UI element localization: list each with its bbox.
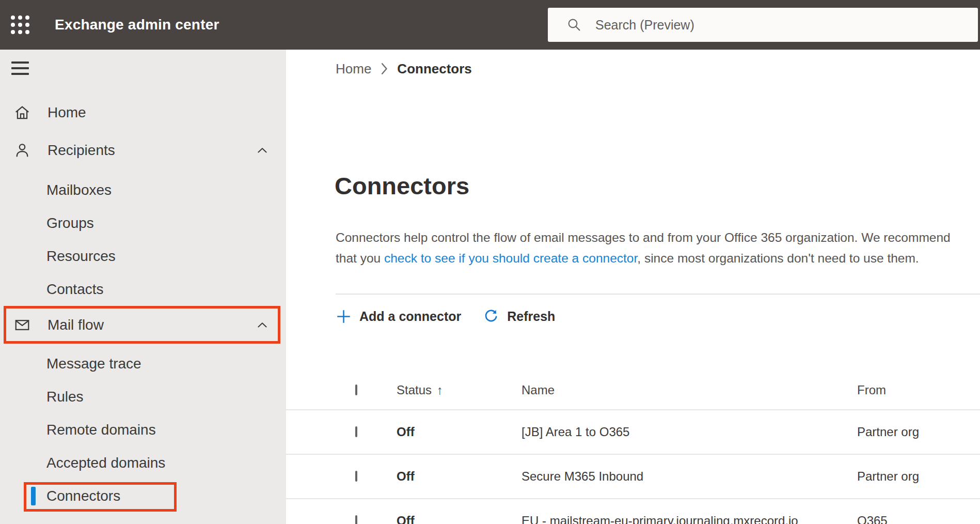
sidebar-item-recipients[interactable]: Recipients xyxy=(0,131,286,169)
add-connector-button[interactable]: Add a connector xyxy=(336,309,461,325)
column-header-label: Name xyxy=(521,383,555,397)
waffle-icon xyxy=(10,14,30,35)
mail-icon xyxy=(14,317,30,333)
refresh-label: Refresh xyxy=(507,309,555,324)
selected-indicator xyxy=(31,487,36,505)
search-icon xyxy=(566,17,582,33)
row-from: Partner org xyxy=(857,469,919,484)
app-title: Exchange admin center xyxy=(55,0,219,50)
table-row[interactable]: Off Secure M365 Inbound Partner org xyxy=(286,454,980,498)
chevron-up-icon[interactable] xyxy=(255,318,270,332)
sidebar-item-label: Contacts xyxy=(46,281,104,298)
sidebar-item-label: Message trace xyxy=(46,356,141,372)
sidebar-item-groups[interactable]: Groups xyxy=(0,207,286,240)
sidebar-item-contacts[interactable]: Contacts xyxy=(0,273,286,306)
main-content: Home Connectors Connectors Connectors he… xyxy=(286,50,980,524)
search-input[interactable]: Search (Preview) xyxy=(548,8,978,42)
row-status: Off xyxy=(397,469,415,484)
sidebar-item-mail-flow[interactable]: Mail flow xyxy=(4,306,280,344)
sidebar-item-connectors[interactable]: Connectors xyxy=(0,480,286,513)
row-from: Partner org xyxy=(857,425,919,439)
sidebar-item-label: Remote domains xyxy=(46,422,156,438)
row-status: Off xyxy=(397,425,415,439)
sidebar-item-label: Recipients xyxy=(48,142,115,159)
column-header-name[interactable]: Name xyxy=(521,383,555,397)
sidebar: Home Recipients Mailboxes Groups Resourc… xyxy=(0,50,286,524)
add-connector-label: Add a connector xyxy=(359,309,461,324)
sidebar-item-home[interactable]: Home xyxy=(0,94,286,131)
refresh-button[interactable]: Refresh xyxy=(483,308,555,325)
sidebar-item-label: Groups xyxy=(46,215,94,232)
row-from: O365 xyxy=(857,514,888,524)
table-header-row: Status ↑ Name From xyxy=(286,371,980,409)
column-header-status[interactable]: Status ↑ xyxy=(397,383,443,397)
select-all-checkbox[interactable] xyxy=(355,384,357,395)
sidebar-item-rules[interactable]: Rules xyxy=(0,380,286,413)
row-name-link[interactable]: [JB] Area 1 to O365 xyxy=(521,425,629,439)
toolbar-divider xyxy=(336,294,980,295)
home-icon xyxy=(14,104,30,121)
topbar: Exchange admin center Search (Preview) xyxy=(0,0,980,50)
app-launcher-button[interactable] xyxy=(8,13,32,37)
hamburger-menu-button[interactable] xyxy=(11,61,29,75)
column-header-label: Status xyxy=(397,383,432,397)
breadcrumb-chevron-icon xyxy=(380,62,388,75)
sidebar-item-label: Connectors xyxy=(46,488,120,504)
sidebar-item-label: Resources xyxy=(46,248,116,265)
column-header-label: From xyxy=(857,383,886,397)
sidebar-item-remote-domains[interactable]: Remote domains xyxy=(0,413,286,446)
sidebar-item-label: Mail flow xyxy=(48,317,104,333)
row-name-link[interactable]: EU - mailstream-eu-primary.journaling.mx… xyxy=(521,514,798,524)
search-placeholder: Search (Preview) xyxy=(595,18,694,33)
sidebar-item-label: Accepted domains xyxy=(46,455,165,471)
create-connector-link[interactable]: check to see if you should create a conn… xyxy=(384,251,637,265)
chevron-up-icon[interactable] xyxy=(255,143,270,158)
breadcrumb-home-link[interactable]: Home xyxy=(336,61,371,77)
column-header-from[interactable]: From xyxy=(857,383,886,397)
table-row[interactable]: Off [JB] Area 1 to O365 Partner org xyxy=(286,409,980,454)
row-status: Off xyxy=(397,514,415,524)
row-name-link[interactable]: Secure M365 Inbound xyxy=(521,469,643,484)
sidebar-item-mailboxes[interactable]: Mailboxes xyxy=(0,174,286,207)
breadcrumb-current: Connectors xyxy=(397,61,471,77)
row-checkbox[interactable] xyxy=(355,471,357,482)
plus-icon xyxy=(336,309,352,325)
sidebar-collapse-row xyxy=(0,50,286,87)
command-bar: Add a connector Refresh xyxy=(336,303,555,330)
page-title: Connectors xyxy=(335,174,469,198)
page-description: Connectors help control the flow of emai… xyxy=(336,227,968,269)
sidebar-item-label: Rules xyxy=(46,389,84,405)
breadcrumb: Home Connectors xyxy=(336,60,472,78)
description-text: , since most organizations don't need to… xyxy=(637,251,919,265)
row-checkbox[interactable] xyxy=(355,426,357,437)
sidebar-item-message-trace[interactable]: Message trace xyxy=(0,347,286,380)
sidebar-item-resources[interactable]: Resources xyxy=(0,240,286,273)
refresh-icon xyxy=(483,308,499,325)
person-icon xyxy=(14,142,30,159)
row-checkbox[interactable] xyxy=(355,515,357,524)
table-row[interactable]: Off EU - mailstream-eu-primary.journalin… xyxy=(286,498,980,524)
sort-ascending-icon: ↑ xyxy=(437,383,443,397)
sidebar-item-label: Mailboxes xyxy=(46,182,112,198)
sidebar-item-accepted-domains[interactable]: Accepted domains xyxy=(0,446,286,480)
sidebar-item-label: Home xyxy=(48,104,86,121)
